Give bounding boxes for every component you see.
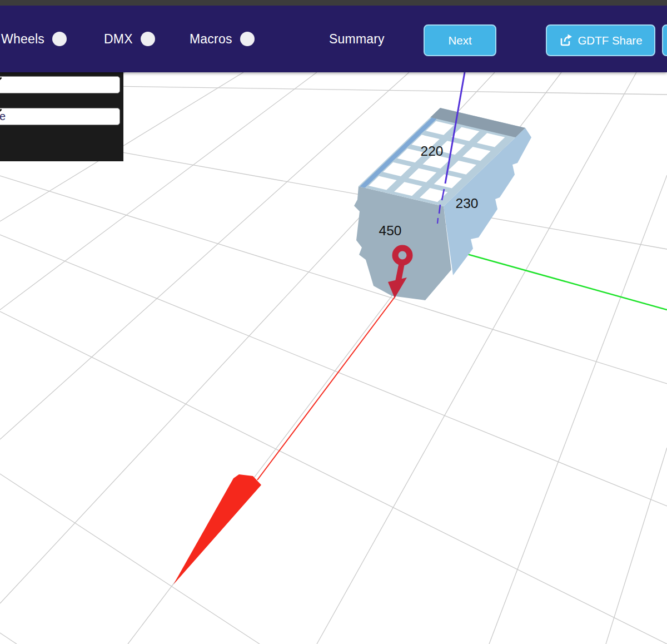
nav-item-summary[interactable]: Summary: [329, 6, 385, 72]
nav-item-dmx[interactable]: DMX: [104, 6, 155, 72]
dimension-label-230: 230: [456, 196, 479, 211]
macros-status-indicator: [240, 32, 255, 46]
dimension-label-220: 220: [421, 143, 444, 158]
settings-panel: e: [0, 72, 123, 161]
app-header: Wheels DMX Macros Summary Next GDTF Shar…: [0, 0, 667, 72]
geometry-select-1[interactable]: [0, 76, 120, 93]
beam-cone: [173, 474, 261, 584]
fixture-model[interactable]: [354, 108, 531, 300]
geometry-select-2[interactable]: e: [0, 108, 120, 125]
nav-item-label: DMX: [104, 32, 133, 47]
beam-line: [257, 296, 395, 480]
share-button-label: GDTF Share: [578, 34, 642, 47]
viewport-3d[interactable]: 220 230 450 e: [0, 72, 667, 644]
next-button-label: Next: [448, 34, 471, 47]
browser-top-strip: [0, 0, 667, 6]
geometry-select-2-value: e: [0, 110, 115, 123]
nav-item-label: Macros: [190, 32, 232, 47]
nav-item-label: Wheels: [1, 32, 44, 47]
partial-button-right[interactable]: [662, 24, 667, 56]
x-axis-line: [465, 254, 667, 310]
share-icon: [559, 33, 573, 47]
nav-item-wheels[interactable]: Wheels: [1, 6, 67, 72]
next-button[interactable]: Next: [424, 24, 496, 56]
nav-item-macros[interactable]: Macros: [190, 6, 255, 72]
gdtf-share-button[interactable]: GDTF Share: [546, 24, 655, 56]
wheels-status-indicator: [52, 32, 67, 46]
dimension-label-450: 450: [379, 223, 402, 238]
dmx-status-indicator: [141, 32, 155, 46]
nav-item-label: Summary: [329, 32, 385, 47]
